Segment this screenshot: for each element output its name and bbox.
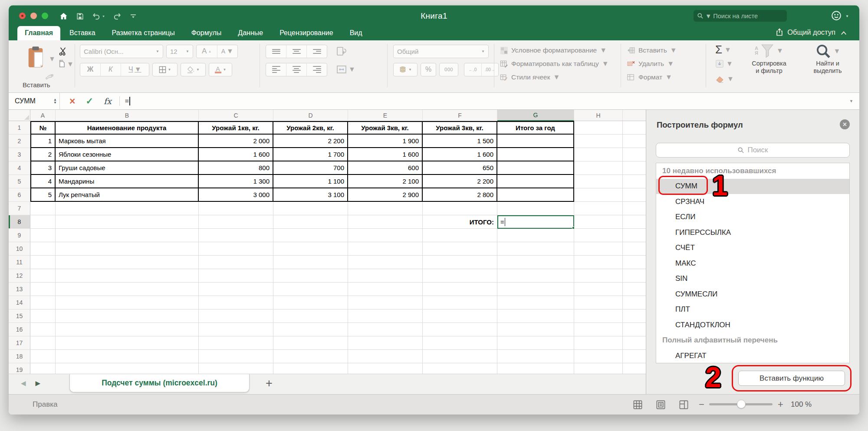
- spreadsheet-grid[interactable]: ABCDEFGH1234567891011121314151617181920№…: [9, 110, 646, 374]
- cell-D2[interactable]: 2 200: [273, 135, 348, 148]
- function-list-item-SIN[interactable]: SIN: [656, 271, 849, 287]
- cell-G19[interactable]: [497, 363, 574, 374]
- cell-A4[interactable]: 3: [30, 161, 56, 175]
- cell-X18[interactable]: [623, 350, 646, 363]
- cell-B10[interactable]: [56, 242, 199, 256]
- cell-G14[interactable]: [497, 296, 574, 309]
- align-top-button[interactable]: [266, 45, 286, 58]
- cell-styles-button[interactable]: Стили ячеек▼: [500, 71, 560, 84]
- row-header-6[interactable]: 6: [9, 188, 30, 202]
- cell-H16[interactable]: [574, 323, 623, 336]
- column-header-A[interactable]: A: [30, 110, 56, 121]
- cell-G13[interactable]: [497, 283, 574, 296]
- cell-G2[interactable]: [497, 135, 574, 148]
- cell-D17[interactable]: [273, 336, 348, 350]
- align-left-button[interactable]: [266, 63, 286, 76]
- cell-G16[interactable]: [497, 323, 574, 336]
- ribbon-tab-3[interactable]: Формулы: [184, 26, 229, 40]
- row-header-8[interactable]: 8: [9, 215, 30, 229]
- cell-E16[interactable]: [348, 323, 423, 336]
- cell-C19[interactable]: [199, 363, 273, 374]
- cell-F14[interactable]: [423, 296, 497, 309]
- cancel-entry-button[interactable]: ×: [69, 95, 75, 107]
- cell-F7[interactable]: [423, 202, 497, 215]
- cell-H3[interactable]: [574, 148, 623, 161]
- formula-input[interactable]: =: [125, 97, 130, 105]
- ribbon-tab-2[interactable]: Разметка страницы: [105, 26, 182, 40]
- cell-C1[interactable]: Урожай 1кв, кг.: [199, 121, 273, 135]
- cell-H12[interactable]: [574, 269, 623, 283]
- cell-X1[interactable]: [623, 121, 646, 135]
- cell-C3[interactable]: 1 600: [199, 148, 273, 161]
- cell-B4[interactable]: Груши садовые: [56, 161, 199, 175]
- cell-F15[interactable]: [423, 309, 497, 323]
- normal-view-icon[interactable]: [633, 400, 643, 410]
- cell-A12[interactable]: [30, 269, 56, 283]
- copy-icon[interactable]: [57, 59, 66, 69]
- cell-E7[interactable]: [348, 202, 423, 215]
- confirm-entry-button[interactable]: ✓: [85, 96, 93, 106]
- cell-E13[interactable]: [348, 283, 423, 296]
- cell-G4[interactable]: [497, 161, 574, 175]
- cell-B12[interactable]: [56, 269, 199, 283]
- cell-C4[interactable]: 800: [199, 161, 273, 175]
- cell-C14[interactable]: [199, 296, 273, 309]
- cell-G10[interactable]: [497, 242, 574, 256]
- cell-H11[interactable]: [574, 256, 623, 269]
- cell-F18[interactable]: [423, 350, 497, 363]
- cell-D10[interactable]: [273, 242, 348, 256]
- cell-G1[interactable]: Итого за год: [497, 121, 574, 135]
- number-format-select[interactable]: Общий▼: [393, 45, 489, 58]
- ribbon-tab-6[interactable]: Вид: [342, 26, 370, 40]
- sheet-tab-active[interactable]: Подсчет суммы (microexcel.ru): [69, 374, 250, 392]
- zoom-out-button[interactable]: −: [699, 399, 704, 410]
- function-list-item-ГИПЕРССЫЛКА[interactable]: ГИПЕРССЫЛКА: [656, 225, 849, 240]
- cell-E5[interactable]: 2 100: [348, 175, 423, 188]
- feedback-dropdown-icon[interactable]: ▼: [845, 14, 849, 18]
- panel-close-button[interactable]: ×: [840, 119, 850, 129]
- cell-A11[interactable]: [30, 256, 56, 269]
- cell-E15[interactable]: [348, 309, 423, 323]
- paste-dropdown-icon[interactable]: ▼: [49, 55, 56, 63]
- cell-C15[interactable]: [199, 309, 273, 323]
- cell-B1[interactable]: Наименование продукта: [56, 121, 199, 135]
- active-cell-G8[interactable]: =: [497, 215, 574, 229]
- copy-dropdown-icon[interactable]: ▼: [67, 60, 74, 68]
- cell-A13[interactable]: [30, 283, 56, 296]
- cell-C8[interactable]: [199, 215, 273, 229]
- cell-A14[interactable]: [30, 296, 56, 309]
- cell-E4[interactable]: 600: [348, 161, 423, 175]
- ribbon-tab-4[interactable]: Данные: [230, 26, 270, 40]
- column-header-H[interactable]: H: [574, 110, 623, 121]
- cell-E6[interactable]: 2 900: [348, 188, 423, 202]
- sheet-search-field[interactable]: ▼ Поиск на листе: [694, 10, 787, 22]
- function-search-input[interactable]: Поиск: [656, 143, 850, 158]
- font-size-select[interactable]: 12▼: [166, 45, 193, 58]
- cell-C17[interactable]: [199, 336, 273, 350]
- fill-button[interactable]: ▼: [715, 59, 733, 68]
- cell-E19[interactable]: [348, 363, 423, 374]
- row-header-11[interactable]: 11: [9, 256, 30, 269]
- cell-G18[interactable]: [497, 350, 574, 363]
- cell-A15[interactable]: [30, 309, 56, 323]
- cell-G5[interactable]: [497, 175, 574, 188]
- row-header-16[interactable]: 16: [9, 323, 30, 336]
- insert-cells-button[interactable]: Вставить▼: [627, 44, 677, 57]
- cell-A8[interactable]: [30, 215, 56, 229]
- function-list-item-ПЛТ[interactable]: ПЛТ: [656, 302, 849, 318]
- cut-icon[interactable]: [58, 46, 68, 56]
- cell-G11[interactable]: [497, 256, 574, 269]
- function-list-item-МАКС[interactable]: МАКС: [656, 256, 849, 271]
- ribbon-collapse-icon[interactable]: [840, 30, 847, 36]
- cell-B15[interactable]: [56, 309, 199, 323]
- clear-button[interactable]: ▼: [715, 75, 734, 83]
- currency-format-button[interactable]: ▼: [393, 63, 418, 76]
- cell-D6[interactable]: 3 100: [273, 188, 348, 202]
- cell-E17[interactable]: [348, 336, 423, 350]
- column-header-D[interactable]: D: [273, 110, 348, 121]
- row-header-18[interactable]: 18: [9, 350, 30, 363]
- formula-bar-expand-icon[interactable]: ▼: [849, 99, 853, 103]
- cell-X19[interactable]: [623, 363, 646, 374]
- cell-B7[interactable]: [56, 202, 199, 215]
- cell-E9[interactable]: [348, 229, 423, 242]
